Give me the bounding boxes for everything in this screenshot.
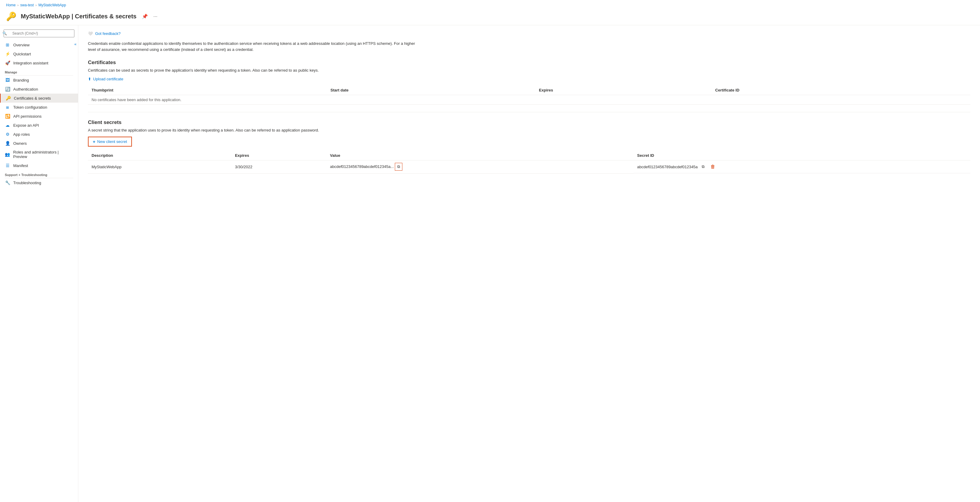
- plus-icon: +: [93, 139, 95, 144]
- app-roles-icon: ⚙: [5, 132, 10, 137]
- col-thumbprint: Thumbprint: [88, 86, 327, 95]
- certificates-section: Certificates Certificates can be used as…: [88, 60, 970, 105]
- certificates-table: Thumbprint Start date Expires Certificat…: [88, 86, 970, 105]
- feedback-bar[interactable]: 🤍 Got feedback?: [88, 31, 970, 36]
- page-header: 🔑 MyStaticWebApp | Certificates & secret…: [0, 10, 980, 25]
- support-section-label: Support + Troubleshooting: [0, 170, 78, 178]
- key-icon: 🔑: [6, 11, 17, 21]
- delete-icon: 🗑: [710, 164, 715, 170]
- sidebar-label-token-configuration: Token configuration: [13, 105, 47, 110]
- troubleshooting-icon: 🔧: [5, 180, 10, 185]
- col-certificate-id: Certificate ID: [712, 86, 970, 95]
- branding-icon: 🖼: [5, 78, 10, 83]
- sidebar-item-roles-administrators[interactable]: 👥 Roles and administrators | Preview: [0, 148, 78, 161]
- certificates-desc: Certificates can be used as secrets to p…: [88, 68, 970, 73]
- pin-icon[interactable]: 📌: [142, 14, 148, 19]
- sidebar-label-authentication: Authentication: [13, 87, 38, 92]
- token-config-icon: ≣: [5, 105, 10, 110]
- sidebar-label-troubleshooting: Troubleshooting: [13, 181, 41, 185]
- secret-description: MyStaticWebApp: [88, 160, 231, 174]
- sidebar-label-certificates-secrets: Certificates & secrets: [14, 96, 51, 100]
- sidebar-label-roles-administrators: Roles and administrators | Preview: [13, 150, 73, 159]
- roles-admin-icon: 👥: [5, 152, 10, 157]
- manifest-icon: ☰: [5, 163, 10, 168]
- col-expires: Expires: [536, 86, 712, 95]
- sidebar-item-owners[interactable]: 👤 Owners: [0, 139, 78, 148]
- sidebar: 🔍 « ⊞ Overview ⚡ Quickstart 🚀 Integratio…: [0, 25, 78, 502]
- certificates-icon: 🔑: [5, 96, 11, 100]
- sidebar-item-branding[interactable]: 🖼 Branding: [0, 76, 78, 84]
- client-secrets-title: Client secrets: [88, 119, 970, 126]
- search-input[interactable]: [3, 30, 75, 37]
- certificates-empty-message: No certificates have been added for this…: [88, 95, 970, 105]
- secret-expires: 3/30/2022: [231, 160, 326, 174]
- secret-value-cell: abcdef0123456789abcdef012345a... ⧉: [326, 160, 634, 174]
- col-expires: Expires: [231, 151, 326, 160]
- integration-assistant-icon: 🚀: [5, 60, 10, 65]
- col-value: Value: [326, 151, 634, 160]
- sidebar-item-app-roles[interactable]: ⚙ App roles: [0, 130, 78, 139]
- heart-icon: 🤍: [88, 31, 93, 36]
- overview-icon: ⊞: [5, 43, 10, 47]
- certificates-empty-row: No certificates have been added for this…: [88, 95, 970, 105]
- copy-icon: ⧉: [397, 164, 400, 169]
- sidebar-item-integration-assistant[interactable]: 🚀 Integration assistant: [0, 59, 78, 67]
- sidebar-label-overview: Overview: [13, 43, 30, 47]
- certificates-title: Certificates: [88, 60, 970, 66]
- main-content: 🤍 Got feedback? Credentials enable confi…: [78, 25, 980, 502]
- client-secrets-table: Description Expires Value Secret ID MySt…: [88, 151, 970, 174]
- secret-id-text: abcdef0123456789abcdef012345a: [637, 165, 698, 169]
- sidebar-label-app-roles: App roles: [13, 132, 30, 137]
- sidebar-label-owners: Owners: [13, 141, 27, 146]
- sidebar-label-expose-an-api: Expose an API: [13, 123, 39, 128]
- feedback-text[interactable]: Got feedback?: [95, 31, 121, 36]
- api-permissions-icon: 🔁: [5, 114, 10, 119]
- breadcrumb: Home › swa-test › MyStaticWebApp: [0, 0, 980, 10]
- col-description: Description: [88, 151, 231, 160]
- table-row: MyStaticWebApp 3/30/2022 abcdef012345678…: [88, 160, 970, 174]
- sidebar-item-troubleshooting[interactable]: 🔧 Troubleshooting: [0, 178, 78, 187]
- copy-id-icon: ⧉: [702, 164, 705, 169]
- owners-icon: 👤: [5, 141, 10, 146]
- upload-certificate-button[interactable]: ⬆ Upload certificate: [88, 77, 123, 81]
- upload-icon: ⬆: [88, 77, 91, 81]
- copy-secret-id-button[interactable]: ⧉: [700, 163, 706, 170]
- page-description: Credentials enable confidential applicat…: [88, 41, 419, 52]
- search-icon: 🔍: [2, 31, 7, 35]
- col-secret-id: Secret ID: [634, 151, 970, 160]
- sidebar-label-integration-assistant: Integration assistant: [13, 61, 48, 65]
- sidebar-item-api-permissions[interactable]: 🔁 API permissions: [0, 112, 78, 121]
- authentication-icon: 🔄: [5, 87, 10, 92]
- secret-value-text: abcdef0123456789abcdef012345a...: [330, 164, 394, 169]
- client-secrets-desc: A secret string that the application use…: [88, 128, 970, 132]
- secret-id-cell: abcdef0123456789abcdef012345a ⧉ 🗑: [634, 160, 970, 173]
- new-client-secret-button[interactable]: + New client secret: [88, 137, 132, 146]
- sidebar-label-api-permissions: API permissions: [13, 114, 41, 119]
- more-options-icon[interactable]: ···: [153, 14, 157, 19]
- expose-api-icon: ☁: [5, 123, 10, 128]
- breadcrumb-swa-test[interactable]: swa-test: [20, 3, 34, 7]
- client-secrets-section: Client secrets A secret string that the …: [88, 119, 970, 174]
- sidebar-item-manifest[interactable]: ☰ Manifest: [0, 161, 78, 170]
- sidebar-item-quickstart[interactable]: ⚡ Quickstart: [0, 49, 78, 59]
- section-divider: [88, 112, 970, 112]
- sidebar-item-expose-an-api[interactable]: ☁ Expose an API: [0, 121, 78, 130]
- page-title: MyStaticWebApp | Certificates & secrets: [21, 13, 137, 20]
- sidebar-label-quickstart: Quickstart: [13, 52, 31, 56]
- sidebar-item-token-configuration[interactable]: ≣ Token configuration: [0, 103, 78, 112]
- copy-value-button[interactable]: ⧉: [395, 163, 402, 171]
- collapse-button[interactable]: «: [73, 40, 78, 48]
- sidebar-label-branding: Branding: [13, 78, 29, 83]
- quickstart-icon: ⚡: [5, 51, 10, 56]
- sidebar-item-overview[interactable]: ⊞ Overview: [0, 40, 73, 49]
- breadcrumb-home[interactable]: Home: [6, 3, 16, 7]
- sidebar-item-authentication[interactable]: 🔄 Authentication: [0, 84, 78, 94]
- col-start-date: Start date: [327, 86, 535, 95]
- delete-secret-button[interactable]: 🗑: [708, 163, 718, 171]
- sidebar-label-manifest: Manifest: [13, 164, 28, 168]
- breadcrumb-app: MyStaticWebApp: [38, 3, 66, 7]
- manage-section-label: Manage: [0, 67, 78, 75]
- sidebar-item-certificates-secrets[interactable]: 🔑 Certificates & secrets: [0, 94, 78, 103]
